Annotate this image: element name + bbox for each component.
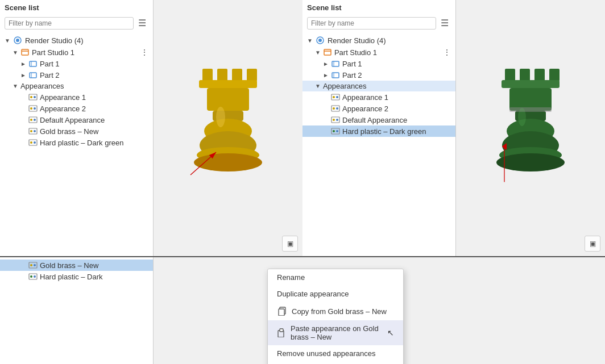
bottom-left-panel: Gold brass – New Hard plastic – Dark bbox=[0, 257, 154, 364]
left-filter-input[interactable] bbox=[5, 17, 134, 30]
bottom-hard-plastic[interactable]: Hard plastic – Dark bbox=[0, 271, 153, 282]
svg-rect-41 bbox=[332, 61, 339, 66]
bottom-hard-plastic-icon bbox=[28, 272, 38, 281]
svg-rect-79 bbox=[279, 309, 284, 316]
left-part-studio-label: Part Studio 1 bbox=[32, 48, 74, 57]
left-part1-label: Part 1 bbox=[40, 60, 60, 68]
svg-point-21 bbox=[30, 141, 32, 144]
right-filter-input[interactable] bbox=[307, 17, 436, 30]
svg-rect-70 bbox=[509, 107, 552, 112]
left-part1[interactable]: ► Part 1 bbox=[0, 58, 153, 69]
left-viewport-badge: ▣ bbox=[282, 236, 298, 252]
left-hard-plastic[interactable]: Hard plastic – Dark green bbox=[0, 137, 153, 148]
left-appearance2-label: Appearance 2 bbox=[40, 104, 86, 113]
right-part1-chevron: ► bbox=[323, 61, 329, 67]
cursor-indicator: ↖ bbox=[387, 328, 394, 337]
svg-point-9 bbox=[30, 96, 32, 98]
svg-point-52 bbox=[333, 119, 335, 121]
context-copy-from[interactable]: Copy from Gold brass – New bbox=[268, 302, 403, 320]
right-render-studio-label: Render Studio (4) bbox=[328, 36, 386, 45]
left-part2-icon bbox=[28, 70, 38, 80]
svg-rect-81 bbox=[280, 329, 283, 332]
right-appearance2-label: Appearance 2 bbox=[342, 104, 388, 113]
right-default-appearance-icon bbox=[331, 115, 340, 124]
right-part2-icon bbox=[331, 70, 340, 80]
svg-rect-2 bbox=[22, 49, 28, 55]
left-menu-icon[interactable]: ☰ bbox=[136, 16, 148, 30]
main-area: Scene list ☰ ▼ Render Studio (4) ▼ Part … bbox=[0, 0, 605, 256]
svg-point-35 bbox=[194, 153, 262, 171]
svg-point-15 bbox=[30, 119, 32, 121]
context-duplicate[interactable]: Duplicate appearance bbox=[268, 286, 403, 302]
duplicate-label: Duplicate appearance bbox=[277, 290, 349, 298]
left-appearance1-label: Appearance 1 bbox=[40, 93, 86, 102]
right-filter-row: ☰ bbox=[302, 14, 455, 32]
rename-label: Rename bbox=[277, 273, 305, 282]
right-default-appearance[interactable]: Default Appearance bbox=[302, 114, 455, 125]
svg-point-74 bbox=[34, 264, 36, 266]
left-part2[interactable]: ► Part 2 bbox=[0, 69, 153, 81]
left-default-appearance[interactable]: Default Appearance bbox=[0, 114, 153, 125]
svg-point-22 bbox=[34, 141, 36, 144]
svg-rect-63 bbox=[502, 80, 560, 88]
svg-point-47 bbox=[336, 96, 338, 98]
left-appearance2[interactable]: Appearance 2 bbox=[0, 103, 153, 114]
left-gold-brass-label: Gold brass – New bbox=[40, 127, 98, 136]
left-scene-list-label: Scene list bbox=[0, 0, 153, 14]
right-hard-plastic[interactable]: Hard plastic – Dark green bbox=[302, 125, 455, 137]
svg-point-36 bbox=[216, 107, 225, 127]
right-appearance1[interactable]: Appearance 1 bbox=[302, 91, 455, 103]
left-panel: Scene list ☰ ▼ Render Studio (4) ▼ Part … bbox=[0, 0, 154, 256]
right-tree: ▼ Render Studio (4) ▼ Part Studio 1 ⋮ ► bbox=[302, 32, 455, 256]
right-part1[interactable]: ► Part 1 bbox=[302, 58, 455, 69]
right-render-studio-chevron: ▼ bbox=[307, 37, 313, 44]
left-part1-icon bbox=[28, 59, 38, 68]
right-appearances-label: Appearances bbox=[323, 82, 367, 90]
right-appearance2-icon bbox=[331, 104, 340, 113]
svg-point-46 bbox=[333, 96, 335, 98]
bottom-gold-brass-label: Gold brass – New bbox=[40, 261, 98, 270]
svg-point-16 bbox=[34, 119, 36, 121]
svg-rect-26 bbox=[217, 69, 227, 81]
left-appearances-label: Appearances bbox=[20, 82, 64, 90]
right-part-studio[interactable]: ▼ Part Studio 1 ⋮ bbox=[302, 47, 455, 58]
right-appearance2[interactable]: Appearance 2 bbox=[302, 103, 455, 114]
right-menu-icon[interactable]: ☰ bbox=[438, 16, 451, 30]
left-part-studio-chevron: ▼ bbox=[13, 49, 18, 56]
left-gold-brass[interactable]: Gold brass – New bbox=[0, 125, 153, 137]
right-part2-chevron: ► bbox=[323, 72, 329, 78]
svg-point-77 bbox=[34, 275, 36, 278]
green-rook bbox=[494, 63, 567, 182]
svg-point-55 bbox=[333, 130, 335, 132]
svg-rect-6 bbox=[30, 73, 36, 78]
left-part2-chevron: ► bbox=[20, 72, 26, 78]
svg-point-18 bbox=[30, 130, 32, 132]
svg-point-12 bbox=[30, 107, 32, 110]
right-part-studio-dots[interactable]: ⋮ bbox=[443, 48, 451, 57]
remove-unused-label: Remove unused appearances bbox=[277, 349, 375, 358]
left-render-studio[interactable]: ▼ Render Studio (4) bbox=[0, 34, 153, 47]
right-appearances-header[interactable]: ▼ Appearances bbox=[302, 81, 455, 91]
left-part-studio-dots[interactable]: ⋮ bbox=[140, 48, 148, 57]
right-part-studio-icon bbox=[323, 48, 332, 57]
right-default-appearance-label: Default Appearance bbox=[342, 116, 407, 124]
right-appearances-chevron: ▼ bbox=[315, 83, 321, 89]
copy-icon bbox=[277, 306, 287, 316]
left-gold-brass-icon bbox=[28, 127, 38, 136]
left-part1-chevron: ► bbox=[20, 61, 26, 67]
bottom-hard-plastic-label: Hard plastic – Dark bbox=[40, 273, 103, 281]
left-appearances-header[interactable]: ▼ Appearances bbox=[0, 81, 153, 91]
bottom-area: Gold brass – New Hard plastic – Dark Ren… bbox=[0, 256, 605, 364]
right-hard-plastic-label: Hard plastic – Dark green bbox=[342, 127, 426, 136]
context-rename[interactable]: Rename bbox=[268, 269, 403, 286]
left-part-studio[interactable]: ▼ Part Studio 1 ⋮ bbox=[0, 47, 153, 58]
left-render-studio-icon bbox=[13, 35, 23, 45]
left-appearance1[interactable]: Appearance 1 bbox=[0, 91, 153, 103]
right-part2[interactable]: ► Part 2 bbox=[302, 69, 455, 81]
context-paste-on[interactable]: Paste appearance on Gold brass – New ↖ bbox=[268, 320, 403, 345]
context-remove-unused[interactable]: Remove unused appearances bbox=[268, 345, 403, 362]
right-render-studio[interactable]: ▼ Render Studio (4) bbox=[302, 34, 455, 47]
left-default-appearance-label: Default Appearance bbox=[40, 116, 105, 124]
bottom-gold-brass[interactable]: Gold brass – New bbox=[0, 260, 153, 271]
right-panel: Scene list ☰ ▼ Render Studio (4) ▼ Part … bbox=[302, 0, 456, 256]
